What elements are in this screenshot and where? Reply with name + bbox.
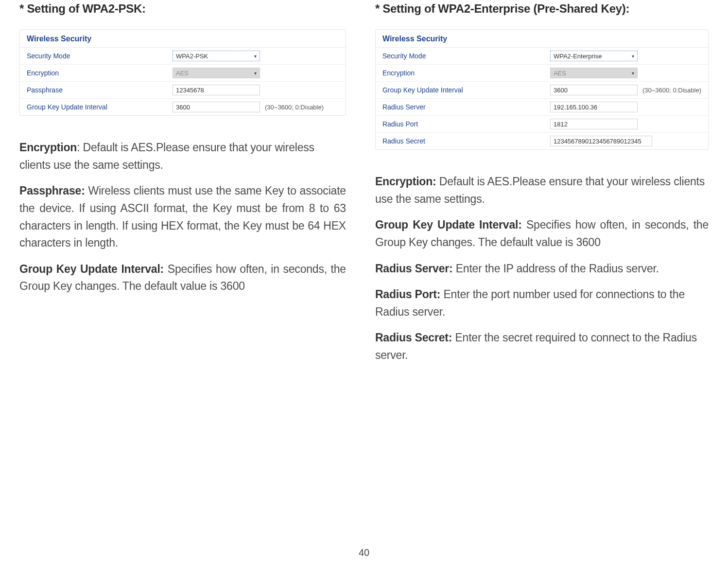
label-group-key: Group Key Update Interval	[382, 86, 550, 94]
label-security-mode: Security Mode	[27, 52, 173, 60]
select-encryption-disabled: AES ▾	[173, 68, 260, 78]
select-security-mode[interactable]: WPA2-PSK ▾	[173, 51, 260, 61]
row-encryption: Encryption AES ▾	[20, 65, 346, 82]
lead-radius-port: Radius Port:	[375, 288, 440, 301]
panel-title: Wireless Security	[20, 30, 346, 48]
panel-title: Wireless Security	[376, 30, 708, 48]
para-radius-port: Radius Port: Enter the port number used …	[375, 286, 709, 321]
label-encryption: Encryption	[382, 69, 550, 77]
input-group-key[interactable]	[173, 102, 260, 112]
row-security-mode: Security Mode WPA2-PSK ▾	[20, 48, 346, 65]
para-radius-secret: Radius Secret: Enter the secret required…	[375, 329, 709, 364]
input-passphrase[interactable]	[173, 85, 260, 95]
heading-wpa2-enterprise: * Setting of WPA2-Enterprise (Pre-Shared…	[375, 2, 709, 16]
row-radius-port: Radius Port	[376, 116, 708, 133]
select-value: WPA2-PSK	[176, 53, 208, 60]
label-security-mode: Security Mode	[382, 52, 550, 60]
page-columns: * Setting of WPA2-PSK: Wireless Security…	[19, 0, 709, 373]
heading-wpa2-psk: * Setting of WPA2-PSK:	[19, 2, 346, 16]
input-group-key[interactable]	[550, 85, 638, 95]
input-radius-port[interactable]	[550, 119, 638, 129]
label-encryption: Encryption	[27, 69, 173, 77]
wireless-security-panel-psk: Wireless Security Security Mode WPA2-PSK…	[19, 29, 346, 116]
label-passphrase: Passphrase	[27, 86, 173, 94]
para-radius-server: Radius Server: Enter the IP address of t…	[375, 260, 709, 278]
lead-radius-server: Radius Server:	[375, 262, 453, 275]
wireless-security-panel-enterprise: Wireless Security Security Mode WPA2-Ent…	[375, 29, 709, 150]
label-group-key: Group Key Update Interval	[27, 103, 173, 111]
lead-group-key: Group Key Update Interval:	[375, 218, 522, 231]
input-radius-server[interactable]	[550, 102, 638, 112]
select-value: WPA2-Enterprise	[554, 53, 602, 60]
para-group-key: Group Key Update Interval: Specifies how…	[375, 216, 709, 251]
suffix-group-key: (30~3600; 0:Disable)	[642, 87, 701, 94]
para-encryption: Encryption: Default is AES.Please ensure…	[375, 173, 709, 208]
lead-radius-secret: Radius Secret:	[375, 331, 452, 344]
para-encryption: Encryption: Default is AES.Please ensure…	[19, 139, 346, 174]
page-number: 40	[359, 547, 369, 558]
row-radius-secret: Radius Secret	[376, 133, 708, 149]
chevron-down-icon: ▾	[254, 71, 257, 76]
chevron-down-icon: ▾	[632, 71, 634, 76]
right-column: * Setting of WPA2-Enterprise (Pre-Shared…	[375, 0, 709, 373]
suffix-group-key: (30~3600; 0:Disable)	[265, 104, 324, 111]
chevron-down-icon: ▾	[632, 53, 634, 59]
row-group-key: Group Key Update Interval (30~3600; 0:Di…	[376, 82, 708, 99]
label-radius-secret: Radius Secret	[382, 137, 550, 145]
lead-passphrase: Passphrase:	[19, 184, 85, 197]
label-radius-port: Radius Port	[382, 120, 550, 128]
select-encryption-disabled: AES ▾	[550, 68, 638, 78]
lead-group-key: Group Key Update Interval:	[19, 263, 164, 275]
row-security-mode: Security Mode WPA2-Enterprise ▾	[376, 48, 708, 65]
body-radius-server: Enter the IP address of the Radius serve…	[453, 262, 659, 275]
chevron-down-icon: ▾	[254, 53, 257, 59]
label-radius-server: Radius Server	[382, 103, 550, 111]
select-value: AES	[554, 70, 566, 77]
left-column: * Setting of WPA2-PSK: Wireless Security…	[19, 0, 346, 373]
lead-encryption: Encryption	[19, 141, 77, 154]
select-value: AES	[176, 70, 189, 77]
row-radius-server: Radius Server	[376, 99, 708, 116]
select-security-mode[interactable]: WPA2-Enterprise ▾	[550, 51, 638, 61]
input-radius-secret[interactable]	[550, 136, 652, 146]
lead-encryption: Encryption:	[375, 175, 436, 188]
row-passphrase: Passphrase	[20, 82, 346, 99]
row-encryption: Encryption AES ▾	[376, 65, 708, 82]
row-group-key: Group Key Update Interval (30~3600; 0:Di…	[20, 99, 346, 115]
para-passphrase: Passphrase: Wireless clients must use th…	[19, 182, 346, 252]
para-group-key: Group Key Update Interval: Specifies how…	[19, 261, 346, 295]
